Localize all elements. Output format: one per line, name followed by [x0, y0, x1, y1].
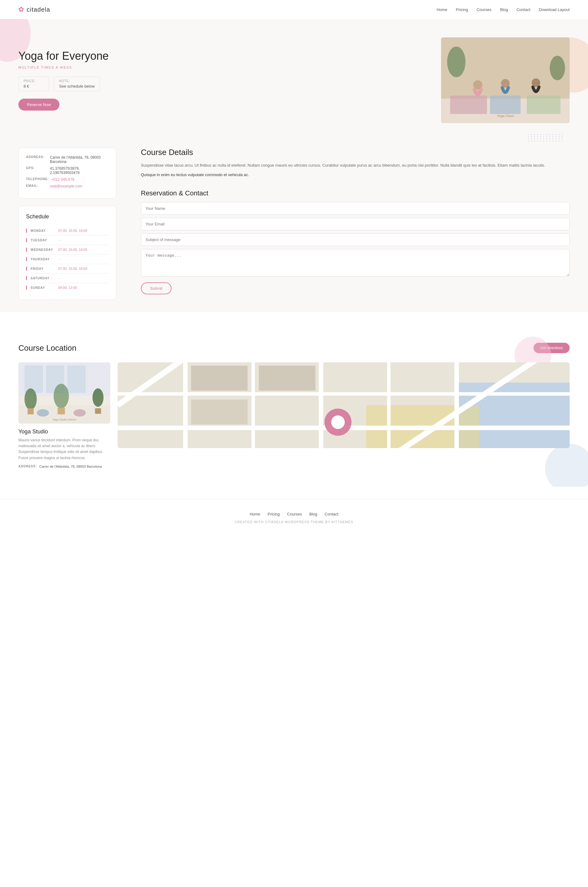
- day-times: 09:00, 13:00: [58, 286, 77, 290]
- reservation-section: Reservation & Contact Submit: [141, 189, 570, 294]
- svg-rect-23: [28, 408, 34, 414]
- note-label: NOTE:: [59, 80, 94, 83]
- course-details-title: Course Details: [141, 148, 570, 157]
- hero-right: Yoga Class: [294, 38, 570, 123]
- telephone-row: TELEPHONE: +012-345-678: [26, 177, 109, 182]
- logo-text: citadela: [27, 6, 50, 13]
- schedule-row: SUNDAY 09:00, 13:00: [26, 283, 109, 292]
- logo[interactable]: ✿ citadela: [18, 6, 50, 14]
- svg-rect-7: [490, 96, 520, 114]
- navigation: ✿ citadela Home Pricing Courses Blog Con…: [0, 0, 588, 19]
- studio-name: Yoga Studio: [18, 428, 110, 435]
- svg-point-3: [447, 47, 465, 77]
- day-times: –: [58, 276, 60, 280]
- course-paragraph1: Suspendisse vitae lacus arcu. Ut finibus…: [141, 162, 570, 169]
- day-times: –: [58, 257, 60, 261]
- nav-download[interactable]: Download Layout: [539, 8, 570, 12]
- svg-rect-16: [24, 365, 43, 393]
- name-input[interactable]: [141, 202, 570, 215]
- studio-address-value: Carrer de l'Atlàntida, 78, 08003 Barcelo…: [39, 465, 102, 468]
- location-title: Course Location: [18, 343, 76, 353]
- day-name: FRIDAY: [31, 267, 58, 270]
- hero-subtitle: MULTIPLE TIMES A WEEK: [18, 66, 294, 69]
- dots-pattern: [528, 134, 564, 141]
- right-column: Course Details Suspendisse vitae lacus a…: [141, 148, 570, 300]
- svg-rect-25: [58, 408, 65, 414]
- day-name: MONDAY: [31, 229, 58, 233]
- studio-image: Yoga Studio Interior: [18, 362, 110, 423]
- footer-copyright: CREATED WITH CITADELA WORDPRESS THEME BY…: [18, 520, 570, 524]
- svg-rect-49: [191, 400, 248, 425]
- hero-image: Yoga Class: [441, 38, 570, 123]
- content-section: ADDRESS: Carrer de l'Atlàntida, 78, 0800…: [0, 148, 588, 312]
- studio-address-label: ADDRESS:: [18, 465, 37, 468]
- svg-text:Yoga Class: Yoga Class: [497, 114, 514, 118]
- day-name: THURSDAY: [31, 258, 58, 261]
- nav-courses[interactable]: Courses: [477, 8, 491, 12]
- location-header: Course Location Get directions: [18, 343, 570, 353]
- note-box: NOTE: See schedule below: [54, 77, 100, 91]
- price-label: PRICE:: [24, 80, 44, 83]
- day-times: 07:00, 15:00, 18:00: [58, 248, 87, 251]
- address-row: ADDRESS: Carrer de l'Atlàntida, 78, 0800…: [26, 155, 109, 164]
- day-indicator: [26, 248, 27, 252]
- course-details: Course Details Suspendisse vitae lacus a…: [141, 148, 570, 177]
- day-indicator: [26, 266, 27, 271]
- footer-nav-link[interactable]: Blog: [309, 512, 317, 516]
- schedule-card: Schedule MONDAY 07:00, 15:00, 18:00 TUES…: [18, 206, 116, 300]
- svg-rect-6: [450, 96, 487, 114]
- day-times: –: [58, 238, 60, 242]
- svg-point-4: [550, 56, 565, 80]
- nav-home[interactable]: Home: [437, 8, 447, 12]
- gps-label: GPS:: [26, 166, 48, 170]
- svg-point-22: [54, 384, 69, 408]
- footer-nav-link[interactable]: Home: [250, 512, 260, 516]
- schedule-row: FRIDAY 07:00, 15:00, 18:00: [26, 264, 109, 273]
- telephone-link[interactable]: +012-345-678: [51, 177, 74, 182]
- note-value: See schedule below: [59, 84, 94, 89]
- footer-nav-link[interactable]: Pricing: [268, 512, 280, 516]
- address-label: ADDRESS:: [26, 155, 48, 159]
- email-label: EMAIL:: [26, 184, 48, 188]
- svg-point-21: [93, 389, 104, 407]
- schedule-row: MONDAY 07:00, 15:00, 18:00: [26, 226, 109, 236]
- svg-text:Yoga Studio Interior: Yoga Studio Interior: [52, 418, 76, 421]
- email-link[interactable]: mail@example.com: [50, 184, 82, 188]
- subject-input[interactable]: [141, 233, 570, 246]
- email-input[interactable]: [141, 218, 570, 230]
- message-input[interactable]: [141, 249, 570, 276]
- price-value: 8 €: [24, 84, 44, 89]
- svg-rect-24: [95, 408, 101, 414]
- svg-point-20: [24, 389, 37, 410]
- map-container: + − Leaflet | Map data © OpenStreetMap: [118, 362, 570, 448]
- day-name: SATURDAY: [31, 276, 58, 280]
- reserve-button[interactable]: Reserve Now: [18, 99, 59, 111]
- footer-nav: HomePricingCoursesBlogContact: [18, 512, 570, 516]
- hero-left: Yoga for Everyone MULTIPLE TIMES A WEEK …: [18, 38, 294, 111]
- svg-rect-46: [191, 366, 248, 390]
- nav-contact[interactable]: Contact: [517, 8, 530, 12]
- nav-blog[interactable]: Blog: [500, 8, 508, 12]
- schedule-row: THURSDAY –: [26, 255, 109, 264]
- svg-point-52: [331, 415, 345, 429]
- telephone-label: TELEPHONE:: [26, 177, 49, 181]
- schedule-list: MONDAY 07:00, 15:00, 18:00 TUESDAY – WED…: [26, 226, 109, 292]
- footer-nav-link[interactable]: Contact: [325, 512, 338, 516]
- schedule-row: SATURDAY –: [26, 273, 109, 283]
- footer: HomePricingCoursesBlogContact CREATED WI…: [0, 499, 588, 530]
- studio-address-row: ADDRESS: Carrer de l'Atlàntida, 78, 0800…: [18, 465, 110, 468]
- schedule-row: WEDNESDAY 07:00, 15:00, 18:00: [26, 245, 109, 255]
- day-times: 07:00, 15:00, 18:00: [58, 267, 87, 270]
- course-paragraph2: Quisque in enim eu lectus vulputate comm…: [141, 173, 570, 177]
- gps-row: GPS: 41.3768575I3879, 2.1907639503479: [26, 166, 109, 175]
- logo-icon: ✿: [18, 6, 24, 14]
- day-indicator: [26, 285, 27, 290]
- day-name: SUNDAY: [31, 286, 58, 290]
- footer-nav-link[interactable]: Courses: [287, 512, 302, 516]
- submit-button[interactable]: Submit: [141, 282, 171, 294]
- address-value: Carrer de l'Atlàntida, 78, 08003 Barcelo…: [50, 155, 109, 164]
- schedule-title: Schedule: [26, 213, 109, 220]
- location-section: Course Location Get directions: [0, 324, 588, 487]
- day-name: WEDNESDAY: [31, 248, 58, 251]
- nav-pricing[interactable]: Pricing: [456, 8, 468, 12]
